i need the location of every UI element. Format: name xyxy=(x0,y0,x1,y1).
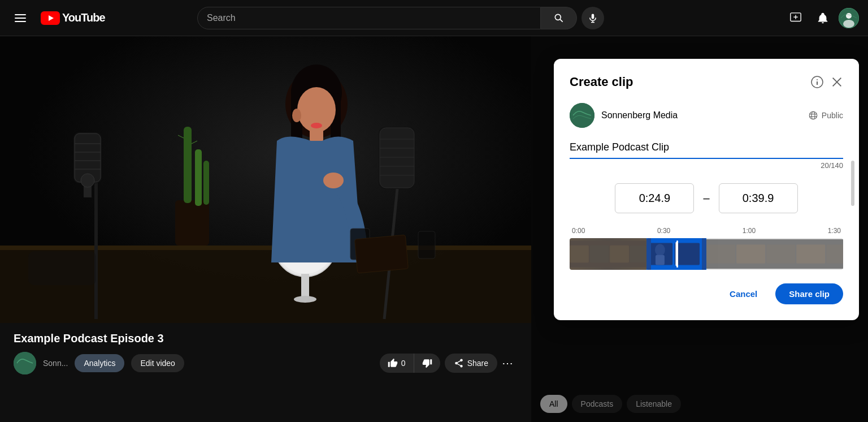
svg-point-13 xyxy=(822,22,824,23)
svg-point-58 xyxy=(292,109,301,122)
search-input-wrapper xyxy=(197,7,541,29)
svg-rect-76 xyxy=(590,246,609,262)
header-left: YouTube xyxy=(9,7,105,29)
svg-rect-90 xyxy=(826,244,843,264)
time-label-2: 1:00 xyxy=(743,227,756,235)
avatar[interactable] xyxy=(839,8,859,28)
timeline-container: 0:00 0:30 1:00 1:30 xyxy=(570,227,843,270)
modal-title: Create clip xyxy=(570,75,633,89)
timeline-track[interactable] xyxy=(570,238,843,270)
share-clip-button[interactable]: Share clip xyxy=(775,283,843,304)
action-group: 0 Share ⋯ xyxy=(380,354,518,373)
svg-point-49 xyxy=(294,296,316,303)
time-label-3: 1:30 xyxy=(828,227,841,235)
svg-point-55 xyxy=(311,123,322,128)
info-button[interactable] xyxy=(810,75,824,89)
svg-rect-62 xyxy=(355,235,409,273)
char-count: 20/140 xyxy=(570,161,843,170)
notifications-button[interactable] xyxy=(811,7,834,29)
svg-rect-86 xyxy=(706,244,735,264)
modal-channel-avatar xyxy=(570,103,594,128)
svg-rect-0 xyxy=(15,14,26,15)
svg-rect-22 xyxy=(175,200,209,246)
visibility-label: Public xyxy=(822,111,843,120)
svg-rect-87 xyxy=(736,244,765,264)
svg-point-5 xyxy=(555,14,561,20)
clip-title-input[interactable] xyxy=(570,139,843,159)
svg-rect-2 xyxy=(15,21,26,22)
svg-point-16 xyxy=(843,20,854,28)
cancel-button[interactable]: Cancel xyxy=(718,283,769,304)
video-thumbnail xyxy=(0,36,531,323)
svg-point-15 xyxy=(846,13,852,19)
search-button[interactable] xyxy=(541,7,577,29)
video-info: Example Podcast Episode 3 Sonn... Analyt… xyxy=(0,323,531,384)
svg-rect-75 xyxy=(570,246,589,262)
more-button[interactable]: ⋯ xyxy=(497,354,518,373)
svg-line-6 xyxy=(560,19,563,22)
svg-point-57 xyxy=(323,173,344,188)
timeline-right-handle[interactable] xyxy=(702,238,706,270)
timeline-left-handle[interactable] xyxy=(646,238,651,270)
menu-button[interactable] xyxy=(9,7,32,29)
channel-name-label[interactable]: Sonn... xyxy=(43,359,68,368)
timeline-selected[interactable] xyxy=(646,238,706,270)
modal-scrollbar[interactable] xyxy=(851,161,854,206)
header-right xyxy=(784,7,859,29)
svg-point-66 xyxy=(817,79,818,80)
timeline-labels: 0:00 0:30 1:00 1:30 xyxy=(570,227,843,235)
modal-header: Create clip xyxy=(570,75,843,89)
svg-rect-24 xyxy=(195,149,202,206)
svg-rect-1 xyxy=(15,18,26,19)
like-button[interactable]: 0 xyxy=(380,354,414,373)
video-title: Example Podcast Episode 3 xyxy=(14,332,518,345)
svg-rect-7 xyxy=(592,14,594,19)
time-separator: – xyxy=(703,192,709,205)
svg-rect-78 xyxy=(630,246,646,262)
svg-rect-48 xyxy=(301,274,309,296)
analytics-label: Analytics xyxy=(84,359,115,368)
svg-rect-81 xyxy=(674,243,699,265)
modal-header-icons xyxy=(810,75,843,89)
clip-modal: Create clip xyxy=(554,59,859,320)
svg-point-82 xyxy=(655,244,665,256)
svg-rect-84 xyxy=(675,242,678,266)
svg-point-70 xyxy=(809,111,817,119)
svg-rect-88 xyxy=(766,244,795,264)
analytics-button[interactable]: Analytics xyxy=(75,354,124,372)
search-bar xyxy=(197,7,604,29)
time-label-1: 0:30 xyxy=(657,227,670,235)
like-count: 0 xyxy=(401,359,406,368)
start-time[interactable]: 0:24.9 xyxy=(615,183,694,213)
svg-rect-23 xyxy=(184,127,192,203)
main-content: Example Podcast Episode 3 Sonn... Analyt… xyxy=(0,36,868,422)
svg-rect-59 xyxy=(28,251,96,285)
svg-rect-61 xyxy=(418,231,435,259)
svg-point-71 xyxy=(811,111,815,119)
right-sidebar: All Podcasts Listenable Create clip xyxy=(531,36,868,422)
youtube-logo[interactable]: YouTube xyxy=(41,11,105,25)
video-meta: Sonn... Analytics Edit video 0 xyxy=(14,352,518,374)
channel-row: Sonnenberg Media Public xyxy=(570,103,843,128)
channel-avatar[interactable] xyxy=(14,352,36,374)
channel-row-left: Sonnenberg Media xyxy=(570,103,678,128)
close-modal-button[interactable] xyxy=(831,76,843,88)
svg-rect-83 xyxy=(655,255,664,265)
public-badge: Public xyxy=(808,110,843,120)
logo-text: YouTube xyxy=(62,11,105,24)
search-input[interactable] xyxy=(198,7,540,29)
dislike-button[interactable] xyxy=(414,354,440,373)
timeline-pre xyxy=(570,238,646,270)
svg-rect-21 xyxy=(0,246,531,250)
svg-rect-77 xyxy=(610,246,629,262)
end-time[interactable]: 0:39.9 xyxy=(719,183,798,213)
svg-point-36 xyxy=(81,174,94,187)
share-label: Share xyxy=(467,359,488,368)
mic-button[interactable] xyxy=(581,7,604,29)
share-button[interactable]: Share xyxy=(445,354,497,373)
video-player[interactable] xyxy=(0,36,531,323)
time-row: 0:24.9 – 0:39.9 xyxy=(570,183,843,213)
create-button[interactable] xyxy=(784,7,807,29)
edit-video-button[interactable]: Edit video xyxy=(131,354,184,372)
svg-rect-25 xyxy=(203,161,209,205)
